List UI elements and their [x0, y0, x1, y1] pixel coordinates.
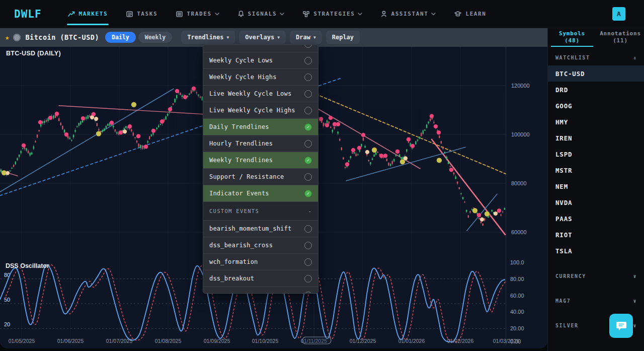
- checked-radio-icon[interactable]: ✓: [304, 157, 312, 164]
- right-sidebar: Symbols (48) Annotations (11) WATCHLIST …: [547, 28, 644, 351]
- overlay-menu-item[interactable]: Indicator Events✓: [203, 185, 318, 202]
- overlay-menu-item[interactable]: dss_breakout: [203, 270, 318, 287]
- timeframe-daily-button[interactable]: Daily: [105, 32, 136, 43]
- watchlist-item-goog[interactable]: GOOG: [548, 98, 644, 114]
- overlay-menu-item[interactable]: [203, 45, 318, 52]
- overlay-menu-item[interactable]: Hourly Trendlines: [203, 135, 318, 152]
- overlay-menu-item[interactable]: Daily Trendlines✓: [203, 119, 318, 135]
- overlay-menu-item[interactable]: Support / Resistance: [203, 169, 318, 185]
- overlay-menu-item[interactable]: Weekly Cycle Lows: [203, 52, 318, 69]
- overlay-menu-item[interactable]: Weekly Trendlines✓: [203, 152, 318, 169]
- nav-item-signals[interactable]: SIGNALS: [238, 0, 285, 28]
- checked-radio-icon[interactable]: ✓: [304, 123, 312, 131]
- radio-icon[interactable]: [304, 140, 312, 148]
- watchlist-item-riot[interactable]: RIOT: [548, 227, 644, 243]
- chevron-down-icon: ∨: [633, 323, 637, 328]
- oscillator-title: DSS Oscillator: [6, 262, 49, 269]
- svg-text:01/10/2025: 01/10/2025: [252, 338, 279, 344]
- overlays-button[interactable]: Overlays▼: [239, 31, 286, 44]
- overlay-menu-item[interactable]: bearish_momentum_shift: [203, 221, 318, 237]
- radio-icon[interactable]: [304, 173, 312, 181]
- svg-text:01/02/2026: 01/02/2026: [447, 338, 474, 344]
- x-axis-scrollbar-thumb: [302, 337, 331, 344]
- assistant-icon: [381, 11, 387, 17]
- radio-icon[interactable]: [304, 107, 312, 114]
- radio-icon[interactable]: [304, 225, 312, 233]
- svg-text:120000: 120000: [511, 83, 530, 89]
- timeframe-weekly-button[interactable]: Weekly: [138, 32, 173, 43]
- chat-button[interactable]: [609, 314, 633, 338]
- favorite-star-icon[interactable]: ★: [5, 33, 9, 41]
- radio-icon[interactable]: [304, 292, 312, 294]
- svg-text:40.00: 40.00: [510, 309, 524, 315]
- svg-text:60000: 60000: [511, 229, 527, 235]
- main-chart-title: BTC-USD (DAILY): [6, 50, 61, 57]
- radio-icon[interactable]: [304, 275, 312, 283]
- svg-text:01/01/2026: 01/01/2026: [398, 338, 425, 344]
- watchlist-item-tsla[interactable]: TSLA: [548, 243, 644, 259]
- overlay-menu-item[interactable]: wch_formation: [203, 254, 318, 270]
- bell-icon: [238, 11, 244, 17]
- chevron-up-icon: ∧: [633, 55, 637, 60]
- chevron-down-icon: ∨: [633, 298, 637, 304]
- svg-text:20: 20: [4, 321, 10, 327]
- nav-item-tasks[interactable]: TASKS: [126, 0, 157, 28]
- overlay-menu-item[interactable]: dss_bearish_cross: [203, 237, 318, 254]
- svg-text:01/09/2025: 01/09/2025: [204, 338, 230, 344]
- radio-icon[interactable]: [304, 242, 312, 249]
- nav-item-markets[interactable]: MARKETS: [68, 0, 108, 28]
- radio-icon[interactable]: [304, 57, 312, 64]
- radio-icon[interactable]: [304, 258, 312, 266]
- watchlist-header[interactable]: WATCHLIST ∧: [548, 47, 644, 65]
- chevron-down-icon: ▼: [313, 35, 316, 40]
- svg-text:80000: 80000: [511, 180, 527, 186]
- nav-item-learn[interactable]: LEARN: [454, 0, 486, 28]
- overlay-menu-item[interactable]: Live Weekly Cycle Highs: [203, 102, 318, 119]
- replay-button[interactable]: Replay: [326, 31, 360, 44]
- watchlist-item-lspd[interactable]: LSPD: [548, 146, 644, 162]
- svg-text:01/05/2025: 01/05/2025: [9, 338, 35, 344]
- watchlist-item-drd[interactable]: DRD: [548, 82, 644, 98]
- svg-text:01/07/2025: 01/07/2025: [106, 338, 133, 344]
- app-logo[interactable]: DWLF: [14, 8, 42, 20]
- overlay-menu-item[interactable]: Live Weekly Cycle Lows: [203, 86, 318, 102]
- profile-button[interactable]: A: [612, 7, 625, 21]
- watchlist-item-iren[interactable]: IREN: [548, 130, 644, 146]
- chevron-down-icon: [215, 13, 219, 16]
- sidebar-section-mag7[interactable]: MAG7∨: [548, 293, 644, 308]
- watchlist-item-btc-usd[interactable]: BTC-USD: [548, 65, 644, 82]
- sidebar-tabs: Symbols (48) Annotations (11): [548, 28, 644, 47]
- svg-text:20.00: 20.00: [510, 325, 524, 331]
- sidebar-section-currency[interactable]: CURRENCY∨: [548, 268, 644, 284]
- watchlist-item-paas[interactable]: PAAS: [548, 210, 644, 227]
- menu-section-header[interactable]: CUSTOM EVENTS-: [203, 202, 318, 221]
- draw-button[interactable]: Draw▼: [290, 31, 322, 44]
- clipped-menu-item: [203, 45, 318, 52]
- tab-symbols[interactable]: Symbols (48): [548, 28, 596, 47]
- tab-annotations[interactable]: Annotations (11): [596, 28, 644, 47]
- nav-item-assistant[interactable]: ASSISTANT: [381, 0, 436, 28]
- overlay-menu-item[interactable]: Weekly Cycle Highs: [203, 69, 318, 86]
- chevron-down-icon: [280, 13, 284, 16]
- top-navbar: DWLF MARKETS TASKS TRADES SIGNALS: [0, 0, 644, 28]
- trendlines-button[interactable]: Trendlines▼: [181, 31, 235, 44]
- coin-icon: [13, 34, 21, 41]
- chevron-down-icon: [431, 13, 436, 16]
- overlay-menu-item[interactable]: [203, 287, 318, 293]
- radio-icon[interactable]: [304, 45, 312, 48]
- watchlist-item-nvda[interactable]: NVDA: [548, 194, 644, 210]
- watchlist-item-hmy[interactable]: HMY: [548, 114, 644, 130]
- checked-radio-icon[interactable]: ✓: [304, 190, 312, 197]
- nav-item-strategies[interactable]: STRATEGIES: [303, 0, 362, 28]
- app-window: DWLF MARKETS TASKS TRADES SIGNALS: [0, 0, 644, 351]
- nav-item-trades[interactable]: TRADES: [176, 0, 219, 28]
- radio-icon[interactable]: [304, 74, 312, 81]
- svg-text:60.00: 60.00: [510, 293, 524, 299]
- radio-icon[interactable]: [304, 90, 312, 98]
- chevron-down-icon: ▼: [227, 35, 229, 40]
- watchlist-item-nem[interactable]: NEM: [548, 178, 644, 194]
- watchlist-item-mstr[interactable]: MSTR: [548, 162, 644, 178]
- svg-text:01/03/2026: 01/03/2026: [493, 338, 520, 344]
- chevron-down-icon: [358, 13, 362, 16]
- svg-text:01/12/2025: 01/12/2025: [350, 338, 376, 344]
